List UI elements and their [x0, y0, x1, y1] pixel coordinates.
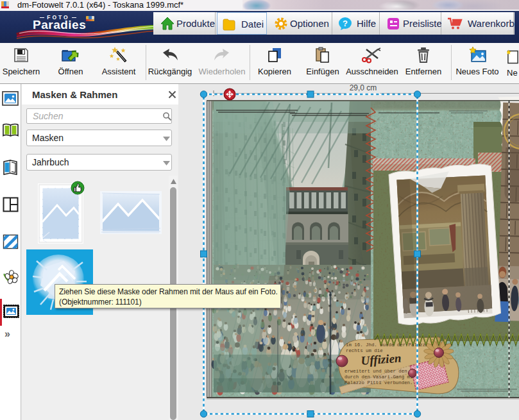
svg-text:?: ? [343, 19, 348, 28]
svg-text:Uffizien: Uffizien [361, 351, 402, 367]
svg-text:Palazzo Pitti verbunden.: Palazzo Pitti verbunden. [345, 380, 413, 385]
svg-text:29,0 cm: 29,0 cm [350, 84, 377, 92]
